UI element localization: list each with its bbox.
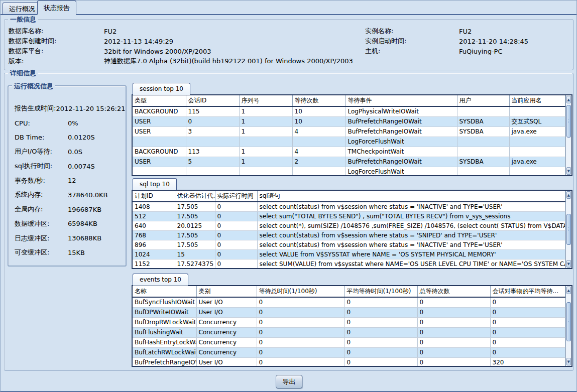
scroll-up-icon[interactable]: ▲	[566, 287, 571, 294]
table-cell[interactable]	[509, 167, 565, 176]
table-cell[interactable]: 0	[215, 259, 257, 269]
table-cell[interactable]: 1	[239, 157, 292, 167]
table-cell[interactable]: Concurrency	[196, 317, 257, 327]
table-cell[interactable]: select count(status) from v$session wher…	[257, 202, 565, 211]
session-scrollbar[interactable]: ▲ ▼	[565, 95, 572, 175]
scroll-up-icon[interactable]: ▲	[566, 96, 571, 103]
table-cell[interactable]: 0	[186, 116, 239, 126]
table-cell[interactable]: 1408	[133, 202, 175, 211]
column-header[interactable]: 会话对事物的平均等待...	[490, 286, 565, 297]
table-cell[interactable]: TMCheckpointWait	[345, 147, 457, 157]
table-cell[interactable]: 20.0125	[175, 221, 215, 230]
table-cell[interactable]: SYSDBA	[457, 116, 509, 126]
table-cell[interactable]: 896	[133, 240, 175, 249]
table-cell[interactable]: BufPrefetchRangeIOWait	[133, 357, 196, 367]
column-header[interactable]: 当前应用名	[509, 95, 565, 106]
scroll-down-icon[interactable]: ▼	[566, 260, 571, 268]
column-header[interactable]: 等待事件	[345, 95, 457, 106]
tab-status-report[interactable]: 状态报告	[37, 1, 76, 15]
table-cell[interactable]	[239, 167, 292, 176]
table-cell[interactable]: 0	[344, 297, 417, 307]
sql-scrollbar[interactable]: ▲ ▼	[565, 191, 572, 268]
table-cell[interactable]: LogPhysicalWriteIOWait	[345, 106, 457, 116]
column-header[interactable]: 平均等待时间(1/100秒)	[344, 286, 417, 297]
table-row[interactable]: BufPrefetchRangeIOWaitUser I/O000320	[133, 357, 565, 367]
table-cell[interactable]: BufDPWriteIOWait	[133, 307, 196, 317]
table-cell[interactable]	[133, 137, 186, 147]
table-cell[interactable]: 113	[186, 147, 239, 157]
table-row[interactable]: 140817.5050select count(status) from v$s…	[133, 202, 565, 211]
table-cell[interactable]: 4	[292, 147, 345, 157]
table-cell[interactable]: 0	[417, 317, 490, 327]
table-cell[interactable]: 0	[344, 317, 417, 327]
table-row[interactable]: USER512BufPrefetchRangeIOWaitSYSDBAjava.…	[133, 157, 565, 167]
table-cell[interactable]: 0	[490, 327, 565, 337]
table-row[interactable]: BufDropRWLockWaitConcurrency0000	[133, 317, 565, 327]
table-cell[interactable]: 0	[257, 337, 344, 347]
table-cell[interactable]: BACKGROUND	[133, 106, 186, 116]
column-header[interactable]: 实际运行时间	[215, 191, 257, 202]
table-cell[interactable]: 0	[417, 307, 490, 317]
table-cell[interactable]: BufSyncFlushIOWait	[133, 297, 196, 307]
table-cell[interactable]	[292, 167, 345, 176]
table-cell[interactable]: select SUM(VALUE) from v$sysstat where N…	[257, 259, 565, 269]
column-header[interactable]: 等待次数	[292, 95, 345, 106]
column-header[interactable]: 名称	[133, 286, 196, 297]
table-cell[interactable]: 3	[186, 126, 239, 137]
table-cell[interactable]: Concurrency	[196, 337, 257, 347]
column-header[interactable]: sql语句	[257, 191, 565, 202]
table-row[interactable]: BufHashEntryLockWaitConcurrency0000	[133, 337, 565, 347]
scrollbar-track[interactable]	[566, 104, 571, 167]
tab-running-overview[interactable]: 运行概况	[3, 3, 42, 15]
table-cell[interactable]: 768	[133, 230, 175, 240]
table-cell[interactable]: 0	[215, 249, 257, 259]
table-row[interactable]: BufFlushingWaitConcurrency0000	[133, 327, 565, 337]
table-cell[interactable]: 115	[186, 106, 239, 116]
table-cell[interactable]: select count(*), sum(SIZE) /1048576 ,sum…	[257, 221, 565, 230]
table-cell[interactable]	[509, 147, 565, 157]
table-cell[interactable]	[292, 137, 345, 147]
table-cell[interactable]: BufDropRWLockWait	[133, 317, 196, 327]
table-row[interactable]: BufLatchRWLockWaitConcurrency0000	[133, 347, 565, 357]
table-cell[interactable]: 0	[344, 337, 417, 347]
sql-top10-tab[interactable]: sql top 10	[133, 178, 177, 190]
table-cell[interactable]: 0	[490, 297, 565, 307]
column-header[interactable]: 类型	[133, 95, 186, 106]
table-row[interactable]: BACKGROUND11314TMCheckpointWait	[133, 147, 565, 157]
table-cell[interactable]: LogForceFlushWait	[345, 167, 457, 176]
table-cell[interactable]	[239, 137, 292, 147]
table-cell[interactable]	[457, 147, 509, 157]
table-cell[interactable]: 0	[417, 347, 490, 357]
table-cell[interactable]: 1	[239, 126, 292, 137]
column-header[interactable]: 用户	[457, 95, 509, 106]
table-row[interactable]: BACKGROUND115110LogPhysicalWriteIOWait	[133, 106, 565, 116]
table-cell[interactable]: java.exe	[509, 157, 565, 167]
column-header[interactable]: 计划ID	[133, 191, 175, 202]
table-cell[interactable]	[457, 137, 509, 147]
table-cell[interactable]: USER	[133, 126, 186, 137]
scrollbar-thumb[interactable]	[566, 302, 571, 341]
table-cell[interactable]: 10	[292, 116, 345, 126]
table-cell[interactable]: USER	[133, 116, 186, 126]
table-cell[interactable]: 0	[215, 240, 257, 249]
table-cell[interactable]: 0	[344, 307, 417, 317]
table-cell[interactable]: select sum("TOTAL BYTES SEND") , sum("TO…	[257, 211, 565, 221]
table-cell[interactable]: SYSDBA	[457, 126, 509, 137]
table-cell[interactable]: 0	[417, 297, 490, 307]
table-cell[interactable]: BufFlushingWait	[133, 327, 196, 337]
table-cell[interactable]: 0	[257, 357, 344, 367]
table-cell[interactable]: 0	[417, 327, 490, 337]
table-cell[interactable]: 5	[186, 157, 239, 167]
table-cell[interactable]: BufHashEntryLockWait	[133, 337, 196, 347]
table-cell[interactable]	[509, 106, 565, 116]
table-cell[interactable]: BufPrefetchRangeIOWait	[345, 126, 457, 137]
column-header[interactable]: 类别	[196, 286, 257, 297]
table-cell[interactable]: SYSDBA	[457, 157, 509, 167]
table-cell[interactable]: 4	[292, 126, 345, 137]
table-cell[interactable]: 17.505	[175, 211, 215, 221]
column-header[interactable]: 序列号	[239, 95, 292, 106]
table-cell[interactable]: 0	[257, 347, 344, 357]
table-cell[interactable]: select count(status) from v$session wher…	[257, 240, 565, 249]
table-cell[interactable]	[509, 137, 565, 147]
export-button[interactable]: 导出	[276, 375, 302, 388]
